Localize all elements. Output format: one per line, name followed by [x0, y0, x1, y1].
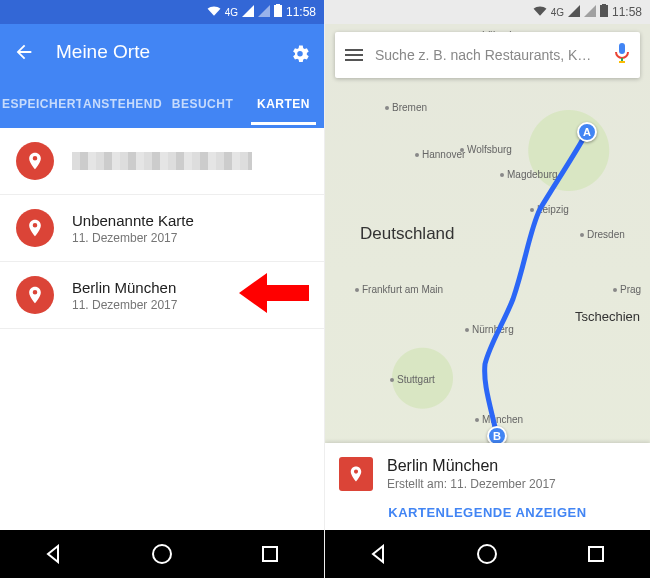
nav-back-icon[interactable] — [40, 540, 68, 568]
item-subtitle: 11. Dezember 2017 — [72, 231, 308, 245]
tab-saved[interactable]: ESPEICHERT — [0, 83, 81, 125]
network-type: 4G — [551, 7, 564, 18]
info-subtitle: Erstellt am: 11. Dezember 2017 — [387, 477, 556, 491]
pin-icon — [339, 457, 373, 491]
list-item[interactable]: Berlin München 11. Dezember 2017 — [0, 262, 324, 329]
search-input[interactable]: Suche z. B. nach Restaurants, K… — [375, 47, 602, 63]
svg-rect-3 — [263, 547, 277, 561]
route-line — [325, 24, 650, 484]
mic-icon[interactable] — [614, 43, 630, 67]
signal-icon — [568, 5, 580, 20]
battery-icon — [600, 4, 608, 20]
nav-back-icon[interactable] — [365, 540, 393, 568]
svg-rect-10 — [589, 547, 603, 561]
battery-icon — [274, 4, 282, 20]
back-icon[interactable] — [12, 40, 36, 64]
android-navbar — [0, 530, 324, 578]
phone-left: 4G 11:58 Meine Orte ESPEICHERT ANSTEHEN — [0, 0, 325, 578]
page-title: Meine Orte — [56, 41, 288, 63]
tab-visited[interactable]: BESUCHT — [162, 83, 243, 125]
pin-icon — [16, 209, 54, 247]
nav-home-icon[interactable] — [473, 540, 501, 568]
tab-maps[interactable]: KARTEN — [243, 83, 324, 125]
blurred-title — [72, 152, 252, 170]
svg-point-2 — [153, 545, 171, 563]
network-type: 4G — [225, 7, 238, 18]
search-bar: Suche z. B. nach Restaurants, K… — [335, 32, 640, 78]
android-navbar — [325, 530, 650, 578]
info-title: Berlin München — [387, 457, 556, 475]
pin-icon — [16, 142, 54, 180]
signal-icon — [242, 5, 254, 20]
nav-recent-icon[interactable] — [256, 540, 284, 568]
marker-a[interactable]: A — [577, 122, 597, 142]
svg-rect-4 — [600, 5, 608, 17]
gear-icon[interactable] — [288, 40, 312, 64]
svg-point-9 — [478, 545, 496, 563]
wifi-icon — [533, 5, 547, 19]
status-bar: 4G 11:58 — [0, 0, 324, 24]
clock: 11:58 — [612, 5, 642, 19]
nav-home-icon[interactable] — [148, 540, 176, 568]
hamburger-icon[interactable] — [345, 49, 363, 61]
svg-rect-6 — [619, 43, 625, 54]
signal-icon-2 — [584, 5, 596, 20]
highlight-arrow-icon — [239, 271, 309, 319]
status-bar: 4G 11:58 — [325, 0, 650, 24]
list-item[interactable]: Unbenannte Karte 11. Dezember 2017 — [0, 195, 324, 262]
list-item[interactable] — [0, 128, 324, 195]
item-title: Unbenannte Karte — [72, 212, 308, 229]
nav-recent-icon[interactable] — [582, 540, 610, 568]
svg-rect-0 — [274, 5, 282, 17]
map[interactable]: DeutschlandTschechien LübeckHamburgBreme… — [325, 24, 650, 530]
clock: 11:58 — [286, 5, 316, 19]
wifi-icon — [207, 5, 221, 19]
svg-rect-1 — [276, 4, 280, 6]
phone-right: 4G 11:58 DeutschlandTschechien LübeckHam… — [325, 0, 650, 578]
maps-list: Unbenannte Karte 11. Dezember 2017 Berli… — [0, 128, 324, 530]
pin-icon — [16, 276, 54, 314]
tab-upcoming[interactable]: ANSTEHEND — [81, 83, 162, 125]
svg-rect-5 — [602, 4, 606, 6]
toolbar: Meine Orte — [0, 24, 324, 80]
legend-button[interactable]: KARTENLEGENDE ANZEIGEN — [339, 505, 636, 520]
signal-icon-2 — [258, 5, 270, 20]
map-info-card: Berlin München Erstellt am: 11. Dezember… — [325, 443, 650, 530]
tabs: ESPEICHERT ANSTEHEND BESUCHT KARTEN — [0, 80, 324, 128]
